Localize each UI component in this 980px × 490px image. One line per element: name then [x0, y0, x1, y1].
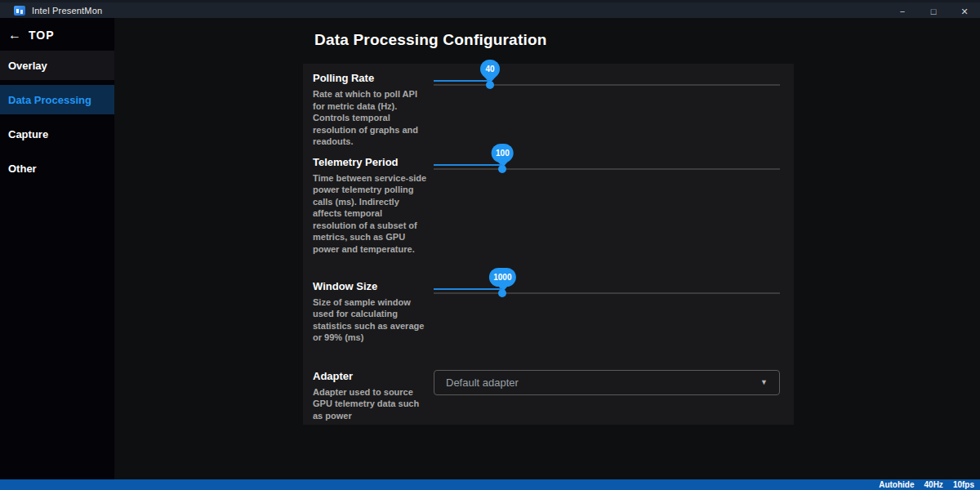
- status-fps: 10fps: [953, 480, 974, 489]
- sidebar: ← TOP Overlay Data Processing Capture Ot…: [0, 18, 114, 479]
- slider-value: 100: [496, 149, 510, 158]
- statusbar: Autohide 40Hz 10fps: [0, 479, 980, 490]
- setting-row-polling-rate: Polling Rate Rate at which to poll API f…: [303, 64, 794, 148]
- status-hz: 40Hz: [924, 480, 943, 489]
- sidebar-item-label: Other: [8, 163, 37, 175]
- chevron-down-icon: ▼: [760, 378, 768, 386]
- slider-fill: [434, 80, 490, 82]
- polling-rate-slider[interactable]: 40: [434, 80, 780, 90]
- slider-thumb[interactable]: [498, 165, 506, 173]
- slider-value-bubble: 1000: [489, 268, 515, 287]
- setting-row-telemetry-period: Telemetry Period Time between service-si…: [303, 148, 794, 272]
- setting-description: Rate at which to poll API for metric dat…: [313, 88, 427, 148]
- window-title: Intel PresentMon: [32, 6, 102, 16]
- window-size-slider[interactable]: 1000: [434, 288, 780, 298]
- sidebar-item-overlay[interactable]: Overlay: [0, 51, 114, 80]
- back-arrow-icon: ←: [8, 28, 21, 42]
- status-autohide: Autohide: [879, 480, 914, 489]
- slider-value-bubble: 40: [480, 60, 500, 78]
- slider-thumb[interactable]: [486, 81, 494, 89]
- adapter-dropdown-value: Default adapter: [446, 376, 760, 389]
- sidebar-item-label: Data Processing: [8, 94, 91, 106]
- sidebar-item-other[interactable]: Other: [0, 154, 114, 183]
- setting-name: Adapter: [313, 370, 427, 382]
- slider-value: 1000: [493, 273, 511, 282]
- setting-row-adapter: Adapter Adapter used to source GPU telem…: [303, 362, 794, 422]
- slider-thumb[interactable]: [498, 289, 506, 297]
- titlebar: Intel PresentMon − □ ✕: [0, 0, 980, 18]
- app-icon: [14, 6, 25, 16]
- setting-name: Polling Rate: [313, 72, 427, 84]
- setting-description: Time between service-side power telemetr…: [313, 172, 427, 256]
- sidebar-back[interactable]: ← TOP: [0, 18, 114, 51]
- setting-row-window-size: Window Size Size of sample window used f…: [303, 272, 794, 362]
- setting-description: Size of sample window used for calculati…: [313, 296, 427, 344]
- slider-value: 40: [486, 65, 495, 74]
- sidebar-item-data-processing[interactable]: Data Processing: [0, 85, 114, 114]
- sidebar-back-label: TOP: [29, 29, 55, 42]
- settings-panel: Polling Rate Rate at which to poll API f…: [303, 64, 794, 425]
- adapter-dropdown[interactable]: Default adapter ▼: [434, 370, 780, 395]
- setting-description: Adapter used to source GPU telemetry dat…: [313, 386, 427, 422]
- setting-name: Telemetry Period: [313, 156, 427, 168]
- setting-name: Window Size: [313, 280, 427, 292]
- slider-fill: [434, 288, 502, 290]
- slider-value-bubble: 100: [492, 144, 514, 163]
- slider-fill: [434, 164, 502, 166]
- page-title: Data Processing Configuration: [314, 31, 547, 49]
- telemetry-period-slider[interactable]: 100: [434, 164, 780, 174]
- sidebar-item-capture[interactable]: Capture: [0, 119, 114, 149]
- slider-track[interactable]: [434, 168, 780, 170]
- slider-track[interactable]: [434, 292, 780, 294]
- main-content: Data Processing Configuration Polling Ra…: [114, 18, 980, 479]
- sidebar-item-label: Capture: [8, 128, 48, 140]
- sidebar-item-label: Overlay: [8, 60, 47, 72]
